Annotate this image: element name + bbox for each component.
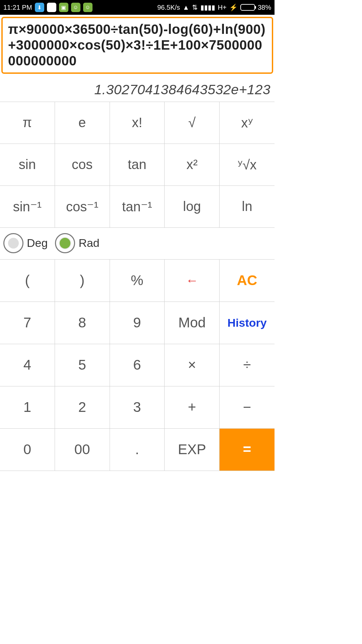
nth-root-button[interactable]: ʸ√x [220, 144, 275, 186]
cos-button[interactable]: cos [55, 144, 110, 186]
rparen-button[interactable]: ) [55, 260, 110, 302]
backspace-button[interactable]: ← [165, 260, 220, 302]
expression-text: π×90000×36500÷tan(50)-log(60)+ln(900)+30… [8, 21, 266, 69]
power-button[interactable]: xʸ [220, 102, 275, 144]
data-icon: ⇅ [192, 3, 198, 11]
atan-button[interactable]: tan⁻¹ [110, 186, 165, 228]
angle-mode-row: Deg Rad [0, 228, 275, 260]
deg-radio[interactable] [3, 233, 23, 253]
digit-00-button[interactable]: 00 [55, 429, 110, 471]
expression-box[interactable]: π×90000×36500÷tan(50)-log(60)+ln(900)+30… [1, 17, 273, 74]
factorial-button[interactable]: x! [110, 102, 165, 144]
rad-radio[interactable] [55, 233, 75, 253]
battery-pct: 38% [258, 4, 271, 11]
digit-1-button[interactable]: 1 [0, 386, 55, 429]
equals-button[interactable]: = [220, 429, 275, 471]
digit-9-button[interactable]: 9 [110, 302, 165, 344]
usb-icon: ⬇ [35, 3, 44, 12]
signal-icon: ▮▮▮▮ [200, 3, 215, 11]
square-button[interactable]: x² [165, 144, 220, 186]
digit-3-button[interactable]: 3 [110, 386, 165, 429]
history-button[interactable]: History [220, 302, 275, 344]
status-time: 11:21 PM [3, 4, 32, 11]
app-icon-3: ☺ [83, 3, 93, 12]
lparen-button[interactable]: ( [0, 260, 55, 302]
exp-button[interactable]: EXP [165, 429, 220, 471]
plus-button[interactable]: + [165, 386, 220, 429]
digit-6-button[interactable]: 6 [110, 344, 165, 386]
photos-icon: ✦ [47, 3, 56, 12]
divide-button[interactable]: ÷ [220, 344, 275, 386]
e-button[interactable]: e [55, 102, 110, 144]
net-speed: 96.5K/s [157, 4, 180, 11]
sin-button[interactable]: sin [0, 144, 55, 186]
multiply-button[interactable]: × [165, 344, 220, 386]
log-button[interactable]: log [165, 186, 220, 228]
charging-icon: ⚡ [229, 3, 238, 11]
battery-icon [240, 4, 255, 11]
asin-button[interactable]: sin⁻¹ [0, 186, 55, 228]
ac-button[interactable]: AC [220, 260, 275, 302]
digit-4-button[interactable]: 4 [0, 344, 55, 386]
pi-button[interactable]: π [0, 102, 55, 144]
minus-button[interactable]: − [220, 386, 275, 429]
function-grid: π e x! √ xʸ sin cos tan x² ʸ√x sin⁻¹ cos… [0, 102, 275, 228]
decimal-button[interactable]: . [110, 429, 165, 471]
deg-label: Deg [27, 236, 48, 250]
digit-2-button[interactable]: 2 [55, 386, 110, 429]
percent-button[interactable]: % [110, 260, 165, 302]
digit-8-button[interactable]: 8 [55, 302, 110, 344]
digit-7-button[interactable]: 7 [0, 302, 55, 344]
result-text: 1.3027041384643532e+123 [0, 75, 275, 102]
keypad-grid: ( ) % ← AC 7 8 9 Mod History 4 5 6 × ÷ 1… [0, 260, 275, 471]
digit-5-button[interactable]: 5 [55, 344, 110, 386]
acos-button[interactable]: cos⁻¹ [55, 186, 110, 228]
status-bar: 11:21 PM ⬇ ✦ ▣ ☺ ☺ 96.5K/s ▲ ⇅ ▮▮▮▮ H+ ⚡… [0, 0, 275, 15]
sqrt-button[interactable]: √ [165, 102, 220, 144]
net-type: H+ [218, 4, 227, 11]
ln-button[interactable]: ln [220, 186, 275, 228]
app-icon-1: ▣ [59, 3, 68, 12]
wifi-icon: ▲ [183, 4, 189, 11]
tan-button[interactable]: tan [110, 144, 165, 186]
mod-button[interactable]: Mod [165, 302, 220, 344]
digit-0-button[interactable]: 0 [0, 429, 55, 471]
rad-label: Rad [78, 236, 99, 250]
app-icon-2: ☺ [71, 3, 80, 12]
